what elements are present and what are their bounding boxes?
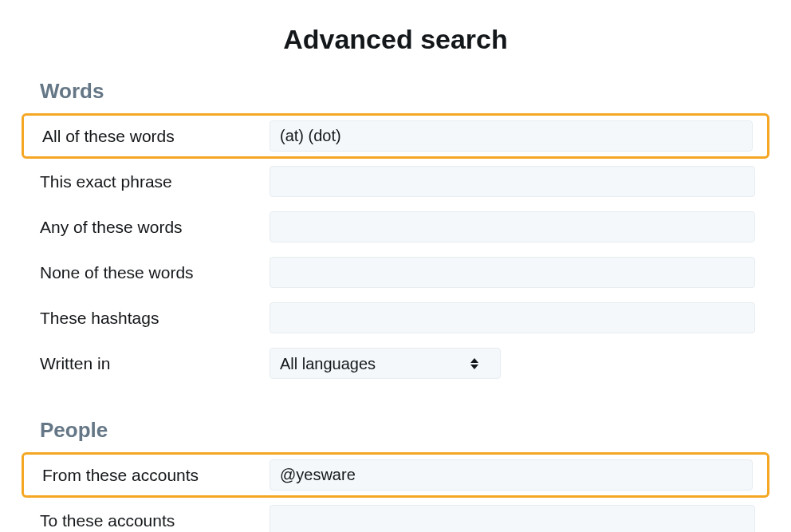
any-words-row: Any of these words [24,204,767,250]
exact-phrase-label: This exact phrase [24,172,270,191]
people-heading: People [24,418,767,443]
any-words-input[interactable] [270,211,755,242]
from-accounts-label: From these accounts [24,466,270,485]
to-accounts-row: To these accounts [24,498,767,532]
language-select-wrapper: All languages [270,348,501,379]
words-heading: Words [24,79,767,104]
any-words-label: Any of these words [24,218,270,237]
all-words-input[interactable] [270,120,753,152]
none-words-input[interactable] [270,257,755,288]
all-words-label: All of these words [24,127,270,146]
none-words-row: None of these words [24,250,767,295]
hashtags-row: These hashtags [24,295,767,341]
words-section: Words All of these words This exact phra… [24,79,767,386]
to-accounts-input[interactable] [270,505,755,532]
page-title: Advanced search [24,24,767,55]
none-words-label: None of these words [24,263,270,282]
written-in-label: Written in [24,354,270,373]
written-in-row: Written in All languages [24,341,767,386]
from-accounts-row: From these accounts [22,452,769,498]
all-words-row: All of these words [22,113,769,159]
hashtags-label: These hashtags [24,309,270,328]
from-accounts-input[interactable] [270,459,753,491]
exact-phrase-input[interactable] [270,166,755,197]
exact-phrase-row: This exact phrase [24,159,767,204]
people-section: People From these accounts To these acco… [24,418,767,532]
language-select[interactable]: All languages [270,348,501,379]
to-accounts-label: To these accounts [24,511,270,530]
hashtags-input[interactable] [270,302,755,333]
